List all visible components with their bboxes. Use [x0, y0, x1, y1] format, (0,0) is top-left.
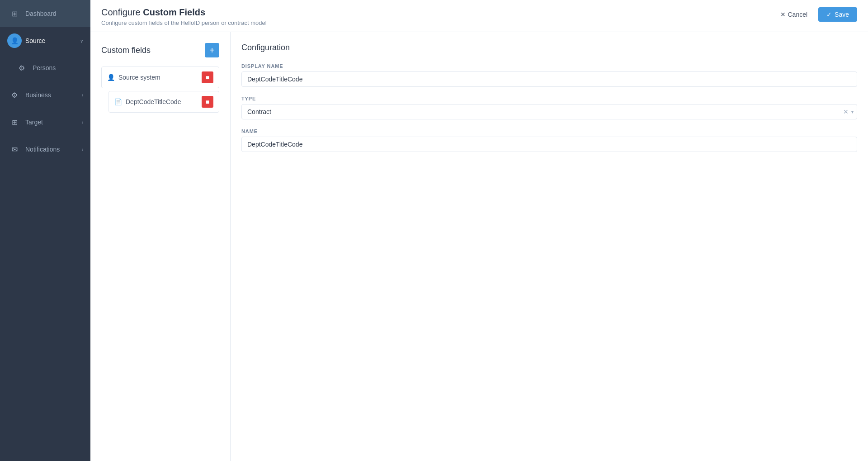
select-chevron-icon: ▾ — [851, 109, 854, 114]
add-icon: + — [209, 46, 215, 55]
name-group: NAME — [241, 128, 857, 152]
name-input[interactable] — [241, 137, 857, 152]
display-name-label: DISPLAY NAME — [241, 63, 857, 69]
notifications-chevron-icon: ‹ — [82, 147, 83, 152]
notifications-icon: ✉ — [7, 142, 22, 157]
type-label: TYPE — [241, 96, 857, 101]
header-actions: ✕ Cancel ✓ Save — [774, 7, 857, 22]
page-title-prefix: Configure — [101, 7, 143, 17]
save-label: Save — [835, 11, 849, 18]
type-group: TYPE Person Contract ✕ ▾ — [241, 96, 857, 119]
source-system-label: Source system — [118, 74, 160, 81]
business-icon: ⚙ — [7, 88, 22, 102]
target-chevron-icon: ‹ — [82, 120, 83, 125]
display-name-input[interactable] — [241, 71, 857, 87]
page-title-bold: Custom Fields — [143, 7, 205, 17]
page-header: Configure Custom Fields Configure custom… — [90, 0, 868, 32]
panel-title: Custom fields — [101, 46, 151, 55]
sidebar-item-source[interactable]: 👤 Source ∨ — [0, 27, 90, 54]
add-custom-field-button[interactable]: + — [205, 43, 219, 57]
source-chevron-icon: ∨ — [80, 38, 83, 43]
save-check-icon: ✓ — [826, 11, 832, 18]
source-icon: 👤 — [7, 33, 22, 48]
business-chevron-icon: ‹ — [82, 93, 83, 98]
select-clear-button[interactable]: ✕ — [843, 108, 849, 115]
left-panel: Custom fields + 👤 Source system ■ 📄 — [90, 32, 231, 461]
sidebar-target-label: Target — [25, 119, 43, 126]
page-subtitle: Configure custom fields of the HelloID p… — [101, 19, 267, 26]
cancel-label: Cancel — [788, 11, 807, 18]
display-name-group: DISPLAY NAME — [241, 63, 857, 87]
type-select[interactable]: Person Contract — [241, 104, 857, 119]
sidebar: ⊞ Dashboard 👤 Source ∨ ⚙ Persons ⚙ Busin… — [0, 0, 90, 461]
type-select-wrapper: Person Contract ✕ ▾ — [241, 104, 857, 119]
source-system-icon: 👤 — [107, 74, 115, 81]
sidebar-notifications-label: Notifications — [25, 146, 60, 153]
dept-code-icon: 📄 — [114, 98, 122, 105]
dashboard-icon: ⊞ — [7, 6, 22, 21]
target-icon: ⊞ — [7, 115, 22, 129]
tree-item-dept-code-title-code[interactable]: 📄 DeptCodeTitleCode ■ — [108, 91, 219, 113]
name-label: NAME — [241, 128, 857, 134]
sidebar-persons-label: Persons — [33, 64, 56, 71]
select-controls: ✕ ▾ — [843, 108, 854, 115]
right-panel: Configuration DISPLAY NAME TYPE Person C… — [231, 32, 868, 461]
sidebar-item-label: Dashboard — [25, 10, 57, 17]
tree-item-source-system[interactable]: 👤 Source system ■ — [101, 67, 219, 88]
delete-dept-code-button[interactable]: ■ — [202, 96, 213, 108]
panel-header: Custom fields + — [101, 43, 219, 57]
dept-code-label: DeptCodeTitleCode — [126, 98, 181, 105]
main-content: Configure Custom Fields Configure custom… — [90, 0, 868, 461]
persons-icon: ⚙ — [14, 61, 29, 75]
sidebar-item-dashboard[interactable]: ⊞ Dashboard — [0, 0, 90, 27]
delete-source-system-button[interactable]: ■ — [202, 71, 213, 83]
page-title: Configure Custom Fields — [101, 7, 267, 18]
content-area: Custom fields + 👤 Source system ■ 📄 — [90, 32, 868, 461]
sidebar-item-business[interactable]: ⚙ Business ‹ — [0, 81, 90, 109]
delete-dept-code-icon: ■ — [206, 98, 209, 105]
sidebar-business-label: Business — [25, 91, 51, 99]
sidebar-item-persons[interactable]: ⚙ Persons — [0, 54, 90, 81]
sidebar-source-label: Source — [25, 37, 45, 44]
config-title: Configuration — [241, 43, 857, 52]
sidebar-item-notifications[interactable]: ✉ Notifications ‹ — [0, 136, 90, 163]
save-button[interactable]: ✓ Save — [818, 7, 857, 22]
cancel-icon: ✕ — [780, 11, 786, 18]
delete-source-system-icon: ■ — [206, 74, 209, 81]
cancel-button[interactable]: ✕ Cancel — [774, 7, 814, 22]
sidebar-item-target[interactable]: ⊞ Target ‹ — [0, 109, 90, 136]
